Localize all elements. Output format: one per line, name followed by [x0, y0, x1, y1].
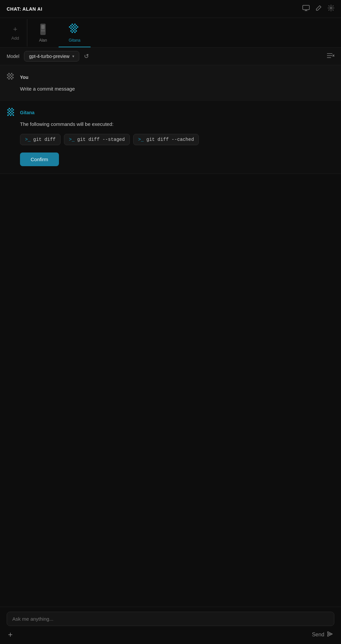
svg-rect-21	[70, 30, 72, 32]
model-selector[interactable]: gpt-4-turbo-preview ▾	[24, 51, 79, 62]
svg-rect-25	[74, 32, 76, 33]
user-avatar	[7, 73, 16, 82]
bottom-actions: + Send	[7, 630, 334, 639]
user-message-text: Write a commit message	[7, 85, 334, 93]
user-message-header: You	[7, 73, 334, 82]
svg-rect-35	[12, 74, 14, 76]
top-header: CHAT: ALAN AI	[0, 0, 341, 18]
svg-rect-22	[73, 30, 74, 32]
svg-rect-51	[10, 112, 11, 113]
svg-rect-50	[7, 112, 9, 113]
commands-list: >_ git diff >_ git diff --staged >_ git …	[7, 134, 334, 145]
svg-rect-14	[74, 26, 76, 28]
svg-rect-5	[41, 25, 45, 29]
tab-alan[interactable]: Alan	[27, 18, 59, 47]
clear-icon	[327, 53, 334, 60]
svg-rect-47	[13, 109, 14, 111]
svg-rect-48	[9, 111, 10, 112]
prompt-icon-3: >_	[138, 137, 144, 142]
svg-rect-42	[11, 78, 12, 80]
confirm-button-wrapper: Confirm	[7, 153, 334, 166]
svg-rect-16	[70, 28, 72, 29]
svg-rect-37	[11, 76, 12, 77]
command-text-1: git diff	[33, 137, 56, 142]
svg-rect-34	[10, 74, 11, 76]
clear-button[interactable]	[327, 53, 334, 60]
svg-rect-18	[76, 28, 77, 29]
command-chip-2: >_ git diff --staged	[64, 134, 130, 145]
chat-input[interactable]	[12, 616, 329, 622]
svg-rect-55	[7, 115, 9, 116]
assistant-message-text: The following commands will be executed:	[7, 121, 334, 128]
model-bar: Model gpt-4-turbo-preview ▾ ↺	[0, 48, 341, 65]
svg-rect-15	[77, 26, 78, 28]
tab-gitana[interactable]: Gitana	[59, 18, 90, 47]
svg-rect-12	[69, 26, 70, 28]
svg-rect-49	[11, 111, 13, 112]
svg-rect-23	[76, 30, 77, 32]
svg-rect-44	[11, 108, 13, 109]
send-label: Send	[312, 632, 324, 638]
tab-bar: + Add Alan	[0, 18, 341, 48]
svg-rect-10	[73, 25, 74, 26]
tab-gitana-label: Gitana	[69, 38, 80, 43]
svg-rect-13	[72, 26, 73, 28]
svg-rect-57	[13, 115, 14, 116]
prompt-icon-2: >_	[69, 137, 75, 142]
svg-rect-24	[72, 32, 73, 33]
attach-button[interactable]: +	[8, 630, 13, 639]
user-sender-name: You	[20, 75, 28, 80]
send-button[interactable]: Send	[312, 631, 333, 639]
svg-rect-46	[10, 109, 11, 111]
svg-rect-11	[76, 25, 77, 26]
svg-rect-7	[72, 24, 73, 25]
svg-rect-39	[10, 77, 11, 78]
refresh-button[interactable]: ↺	[84, 53, 89, 60]
command-text-3: git diff --cached	[146, 137, 194, 142]
model-label: Model	[7, 54, 19, 59]
svg-rect-36	[8, 76, 10, 77]
alan-tab-icon	[37, 23, 49, 36]
svg-rect-43	[9, 108, 10, 109]
gitana-tab-icon	[69, 23, 80, 36]
assistant-sender-name: Gitana	[20, 110, 35, 115]
chevron-down-icon: ▾	[72, 54, 74, 59]
svg-point-3	[330, 7, 332, 9]
svg-rect-33	[7, 74, 8, 76]
chat-area: You Write a commit message	[0, 65, 341, 607]
tab-alan-label: Alan	[39, 38, 47, 43]
command-text-2: git diff --staged	[77, 137, 125, 142]
assistant-message-header: Gitana	[7, 108, 334, 117]
svg-rect-52	[13, 112, 14, 113]
prompt-icon-1: >_	[25, 137, 31, 142]
command-chip-3: >_ git diff --cached	[133, 134, 199, 145]
tab-add-button[interactable]: + Add	[3, 19, 27, 47]
svg-rect-0	[303, 5, 309, 10]
svg-rect-6	[41, 30, 45, 32]
svg-rect-31	[8, 73, 10, 74]
add-icon: +	[13, 25, 17, 34]
command-chip-1: >_ git diff	[20, 134, 61, 145]
svg-rect-32	[11, 73, 12, 74]
svg-rect-54	[11, 113, 13, 115]
tab-add-label: Add	[11, 36, 19, 41]
gitana-avatar	[7, 108, 16, 117]
svg-rect-17	[73, 28, 74, 29]
page-title: CHAT: ALAN AI	[7, 6, 42, 12]
settings-icon[interactable]	[328, 5, 334, 13]
svg-rect-20	[74, 29, 76, 30]
assistant-message: Gitana The following commands will be ex…	[0, 101, 341, 174]
svg-rect-38	[7, 77, 8, 78]
edit-icon[interactable]	[316, 5, 322, 13]
model-selector-text: gpt-4-turbo-preview	[29, 54, 69, 59]
confirm-button[interactable]: Confirm	[20, 153, 59, 166]
monitor-icon[interactable]	[302, 5, 310, 13]
user-message: You Write a commit message	[0, 65, 341, 101]
svg-rect-56	[10, 115, 11, 116]
chat-spacer	[0, 174, 341, 607]
svg-rect-9	[70, 25, 72, 26]
svg-rect-19	[72, 29, 73, 30]
svg-rect-45	[7, 109, 9, 111]
svg-rect-8	[74, 24, 76, 25]
input-row	[7, 612, 334, 626]
